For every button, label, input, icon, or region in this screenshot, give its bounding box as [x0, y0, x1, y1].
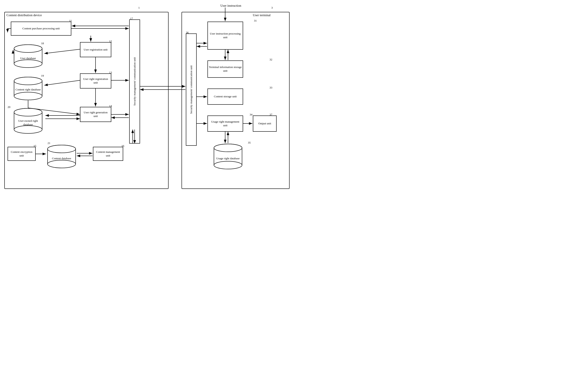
svg-point-10: [14, 92, 42, 100]
number-1: 1: [138, 6, 140, 9]
num-19: 19: [41, 74, 44, 77]
user-owned-right-database: User-owned right database: [13, 108, 43, 134]
user-instruction-processing-unit: User instruction processing unit: [207, 22, 243, 50]
num-13: 13: [109, 71, 112, 74]
num-34: 34: [250, 113, 252, 116]
user-right-generation-unit: User right generation unit: [80, 107, 111, 122]
user-database: User database: [13, 44, 43, 68]
content-distribution-device-box: [4, 12, 169, 189]
content-right-database: Content right database: [13, 77, 43, 100]
num-14: 14: [109, 104, 112, 108]
svg-point-29: [214, 144, 242, 152]
num-17: 17: [130, 17, 133, 20]
content-encryption-unit: Content encryption unit: [7, 147, 36, 161]
terminal-information-storage-unit: Terminal information storage unit: [207, 61, 243, 78]
num-20: 20: [7, 105, 10, 109]
num-37: 37: [269, 113, 272, 116]
content-database: Content database: [46, 145, 77, 168]
num-32: 32: [269, 58, 272, 61]
num-12: 12: [109, 39, 112, 43]
user-right-registration-unit: User right registration unit: [80, 73, 111, 89]
svg-point-11: [14, 77, 42, 85]
num-36: 36: [186, 31, 189, 34]
num-21: 21: [47, 141, 50, 145]
usage-right-management-unit: Usage right management unit: [207, 116, 243, 132]
svg-point-17: [14, 108, 42, 116]
content-purchase-unit: Content purchase processing unit: [11, 22, 71, 36]
output-unit: Output unit: [253, 116, 277, 132]
number-3: 3: [271, 6, 273, 9]
num-35: 35: [248, 141, 251, 144]
user-instruction-label: User instruction: [220, 4, 241, 7]
usage-right-database: Usage right database: [213, 144, 243, 169]
num-16: 16: [121, 144, 124, 148]
content-management-unit: Content management unit: [93, 147, 123, 161]
svg-point-22: [47, 160, 76, 168]
num-11: 11: [69, 19, 72, 22]
num-31: 31: [254, 19, 257, 22]
num-33: 33: [269, 86, 272, 89]
svg-point-5: [14, 45, 42, 52]
security-comm-unit-left: Security management/ communication unit: [129, 19, 140, 144]
user-registration-unit: User registration unit: [80, 42, 111, 57]
device-label-right: User terminal: [253, 13, 271, 17]
svg-point-28: [214, 161, 242, 169]
diagram: 1 3 User instruction Content distributio…: [0, 0, 294, 194]
num-15: 15: [34, 144, 36, 148]
device-label-left: Content distribution device: [6, 13, 42, 17]
security-comm-unit-right: Security management/ communication unit: [186, 33, 197, 146]
content-storage-unit: Content storage unit: [207, 89, 243, 105]
num-18: 18: [41, 42, 44, 45]
svg-point-23: [47, 145, 76, 153]
